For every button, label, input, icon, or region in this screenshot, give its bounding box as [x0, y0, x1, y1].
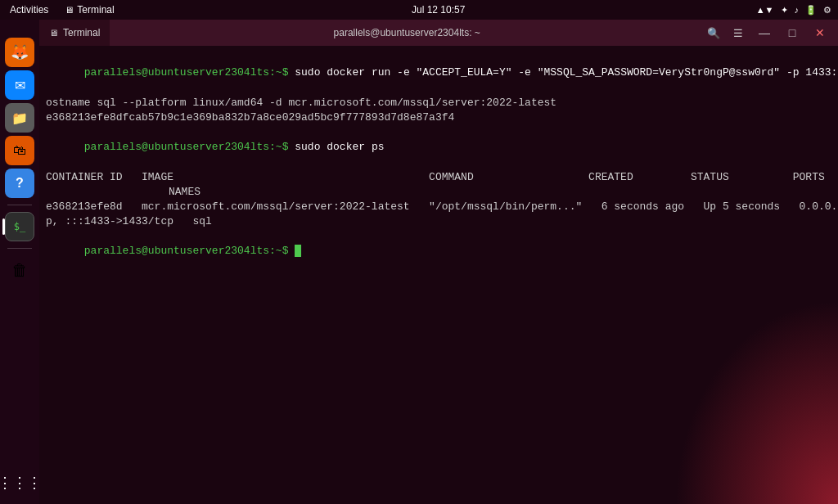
maximize-button[interactable]: □	[781, 24, 804, 42]
prompt-3: parallels@ubuntuserver2304lts:~$	[84, 245, 295, 257]
dock-software[interactable]: 🛍	[5, 136, 34, 165]
terminal-line-1: parallels@ubuntuserver2304lts:~$ sudo do…	[46, 51, 831, 96]
terminal-tabs: 🖥 Terminal	[39, 20, 110, 46]
tab-icon: 🖥	[49, 28, 58, 38]
cursor-block: █	[295, 245, 301, 257]
bluetooth-icon: ✦	[781, 5, 788, 16]
docker-row-1: e368213efe8d mcr.microsoft.com/mssql/ser…	[46, 200, 831, 214]
dock-activities-label	[0, 25, 39, 34]
gnome-panel-left: Activities 🖥 Terminal	[0, 0, 121, 20]
dock-trash[interactable]: 🗑	[5, 255, 34, 285]
dock-firefox[interactable]: 🦊	[5, 38, 34, 67]
terminal-line-3: e368213efe8dfcab57b9c1e369ba832b7a8ce029…	[46, 110, 831, 125]
menu-button[interactable]: ☰	[728, 24, 748, 42]
app-name-label: Terminal	[77, 4, 114, 16]
terminal-tab-1[interactable]: 🖥 Terminal	[39, 20, 110, 46]
docker-header-2: NAMES	[46, 185, 831, 200]
dock-thunderbird[interactable]: ✉	[5, 70, 34, 100]
docker-header: CONTAINER ID IMAGE COMMAND CREATED STATU…	[46, 170, 831, 185]
terminal-icon-small: 🖥	[65, 5, 74, 15]
firefox-icon: 🦊	[11, 43, 29, 61]
dock-files[interactable]: 📁	[5, 103, 34, 133]
files-icon: 📁	[11, 110, 28, 126]
sound-icon: ♪	[795, 5, 800, 15]
grid-icon: ⋮⋮⋮	[0, 474, 42, 492]
network-icon: ▲▼	[756, 5, 774, 15]
minimize-button[interactable]: —	[753, 24, 776, 42]
search-icon: 🔍	[707, 27, 720, 39]
trash-icon: 🗑	[11, 261, 28, 280]
cmd-1: sudo docker run -e "ACCEPT_EULA=Y" -e "M…	[295, 66, 838, 79]
docker-row-2: p, :::1433->1433/tcp sql	[46, 214, 831, 229]
datetime-label: Jul 12 10:57	[412, 4, 465, 16]
gnome-panel-right: ▲▼ ✦ ♪ 🔋 ⚙	[756, 5, 838, 16]
search-button[interactable]: 🔍	[704, 24, 723, 42]
activities-button[interactable]: Activities	[0, 0, 58, 20]
dock-separator-2	[7, 248, 32, 249]
prompt-1: parallels@ubuntuserver2304lts:~$	[84, 66, 295, 79]
close-button[interactable]: ✕	[809, 24, 831, 42]
terminal-line-prompt: parallels@ubuntuserver2304lts:~$ █	[46, 229, 831, 274]
terminal-line-4: parallels@ubuntuserver2304lts:~$ sudo do…	[46, 125, 831, 170]
left-dock: 🦊 ✉ 📁 🛍 ? $_ 🗑 ⋮⋮⋮	[0, 20, 39, 504]
gnome-panel: Activities 🖥 Terminal Jul 12 10:57 ▲▼ ✦ …	[0, 0, 838, 20]
settings-icon[interactable]: ⚙	[823, 5, 831, 16]
app-name: 🖥 Terminal	[58, 0, 120, 20]
minimize-icon: —	[759, 26, 770, 39]
dock-terminal[interactable]: $_	[5, 212, 34, 241]
terminal-title: parallels@ubuntuserver2304lts: ~	[110, 27, 704, 38]
terminal-line-2: ostname sql --platform linux/amd64 -d mc…	[46, 96, 831, 110]
prompt-2: parallels@ubuntuserver2304lts:~$	[84, 141, 295, 153]
terminal-window: 🖥 Terminal parallels@ubuntuserver2304lts…	[39, 20, 838, 504]
dock-help[interactable]: ?	[5, 169, 34, 198]
dock-grid[interactable]: ⋮⋮⋮	[5, 468, 34, 497]
terminal-content[interactable]: parallels@ubuntuserver2304lts:~$ sudo do…	[39, 46, 838, 504]
terminal-icon: $_	[14, 221, 25, 232]
cmd-2: sudo docker ps	[295, 141, 384, 153]
dock-separator	[7, 205, 32, 205]
software-icon: 🛍	[13, 143, 26, 158]
terminal-title-text: parallels@ubuntuserver2304lts: ~	[334, 27, 480, 38]
terminal-titlebar-buttons: 🔍 ☰ — □ ✕	[704, 24, 838, 42]
maximize-icon: □	[789, 26, 795, 39]
terminal-titlebar: 🖥 Terminal parallels@ubuntuserver2304lts…	[39, 20, 838, 46]
gnome-clock[interactable]: Jul 12 10:57	[121, 4, 756, 16]
close-icon: ✕	[815, 26, 825, 39]
battery-icon: 🔋	[805, 5, 817, 16]
menu-icon: ☰	[733, 27, 743, 39]
thunderbird-icon: ✉	[15, 78, 25, 93]
help-icon: ?	[16, 176, 24, 191]
tab-label: Terminal	[63, 27, 100, 38]
